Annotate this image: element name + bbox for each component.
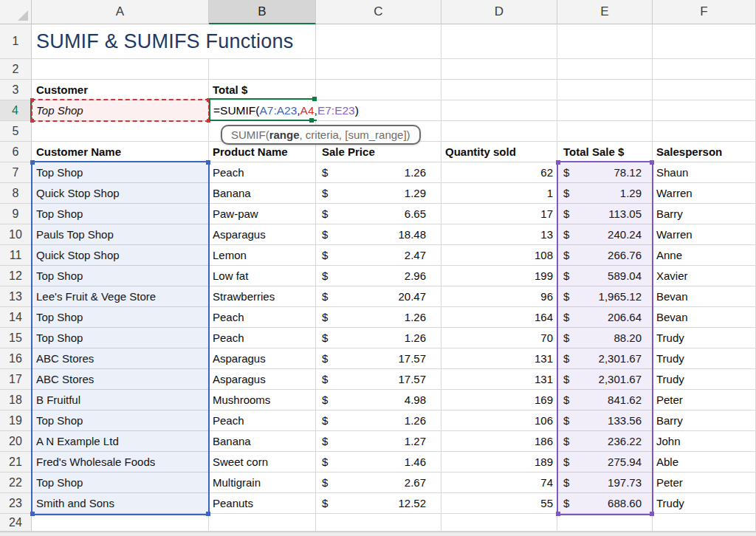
cell-F4[interactable] xyxy=(653,100,756,121)
column-header-A[interactable]: A xyxy=(32,0,209,24)
cell-F15[interactable]: Trudy xyxy=(653,328,756,348)
cell-F8[interactable]: Warren xyxy=(653,183,756,204)
cell-B14[interactable]: Peach xyxy=(209,307,316,328)
cell-A17[interactable]: ABC Stores xyxy=(32,369,209,390)
cell-B18[interactable]: Mushrooms xyxy=(209,390,316,410)
cell-F19[interactable]: Barry xyxy=(653,410,756,431)
cell-E18[interactable]: $841.62 xyxy=(557,390,653,410)
cell-F14[interactable]: Bevan xyxy=(653,307,756,328)
cell-A18[interactable]: B Fruitful xyxy=(32,390,209,410)
cell-A10[interactable]: Pauls Top Shop xyxy=(32,224,209,245)
cell-E14[interactable]: $206.64 xyxy=(557,307,653,328)
cell-D6[interactable]: Quantity sold xyxy=(441,142,557,162)
cell-C3[interactable] xyxy=(316,80,441,100)
cell-F20[interactable]: John xyxy=(653,431,756,452)
cell-A11[interactable]: Quick Stop Shop xyxy=(32,245,209,266)
row-header-5[interactable]: 5 xyxy=(0,121,32,142)
cell-C15[interactable]: $1.26 xyxy=(316,328,441,348)
row-header-1[interactable]: 1 xyxy=(0,24,32,59)
row-header-9[interactable]: 9 xyxy=(0,204,32,224)
cell-D11[interactable]: 108 xyxy=(441,245,557,266)
cell-F16[interactable]: Trudy xyxy=(653,348,756,369)
cell-B23[interactable]: Peanuts xyxy=(209,493,316,514)
cell-D9[interactable]: 17 xyxy=(441,204,557,224)
cell-B21[interactable]: Sweet corn xyxy=(209,452,316,473)
row-header-21[interactable]: 21 xyxy=(0,452,32,473)
cell-E17[interactable]: $2,301.67 xyxy=(557,369,653,390)
row-header-6[interactable]: 6 xyxy=(0,142,32,162)
cell-A6[interactable]: Customer Name xyxy=(32,142,209,162)
cell-D12[interactable]: 199 xyxy=(441,266,557,286)
cell-E2[interactable] xyxy=(557,59,653,80)
cell-B20[interactable]: Banana xyxy=(209,431,316,452)
cell-F21[interactable]: Able xyxy=(653,452,756,473)
formula-editor[interactable]: =SUMIF(A7:A23,A4,E7:E23) xyxy=(213,100,359,120)
cell-C9[interactable]: $6.65 xyxy=(316,204,441,224)
cell-B6[interactable]: Product Name xyxy=(209,142,316,162)
cell-F3[interactable] xyxy=(653,80,756,100)
row-header-19[interactable]: 19 xyxy=(0,410,32,431)
cell-E24[interactable] xyxy=(557,514,653,532)
cell-F1[interactable] xyxy=(653,24,756,59)
cell-D20[interactable]: 186 xyxy=(441,431,557,452)
row-header-24[interactable]: 24 xyxy=(0,514,32,532)
cell-E5[interactable] xyxy=(557,121,653,142)
cell-C1[interactable] xyxy=(316,24,441,59)
cell-A15[interactable]: Top Shop xyxy=(32,328,209,348)
cell-E8[interactable]: $1.29 xyxy=(557,183,653,204)
cell-A16[interactable]: ABC Stores xyxy=(32,348,209,369)
row-header-16[interactable]: 16 xyxy=(0,348,32,369)
cell-E23[interactable]: $688.60 xyxy=(557,493,653,514)
cell-A13[interactable]: Lee's Fruit & Vege Store xyxy=(32,286,209,307)
select-all-corner[interactable] xyxy=(0,0,32,24)
row-header-20[interactable]: 20 xyxy=(0,431,32,452)
cell-C22[interactable]: $2.67 xyxy=(316,473,441,493)
cell-A1[interactable]: SUMIF & SUMIFS Functions xyxy=(32,24,209,59)
cell-D21[interactable]: 189 xyxy=(441,452,557,473)
cell-D16[interactable]: 131 xyxy=(441,348,557,369)
cell-D8[interactable]: 1 xyxy=(441,183,557,204)
cell-F10[interactable]: Warren xyxy=(653,224,756,245)
cell-E9[interactable]: $113.05 xyxy=(557,204,653,224)
cell-A14[interactable]: Top Shop xyxy=(32,307,209,328)
cell-A23[interactable]: Smith and Sons xyxy=(32,493,209,514)
cell-C11[interactable]: $2.47 xyxy=(316,245,441,266)
cell-F5[interactable] xyxy=(653,121,756,142)
cell-F17[interactable]: Trudy xyxy=(653,369,756,390)
cell-B19[interactable]: Peach xyxy=(209,410,316,431)
cell-A22[interactable]: Top Shop xyxy=(32,473,209,493)
cell-C2[interactable] xyxy=(316,59,441,80)
cell-C17[interactable]: $17.57 xyxy=(316,369,441,390)
cell-C23[interactable]: $12.52 xyxy=(316,493,441,514)
cell-B2[interactable] xyxy=(209,59,316,80)
cell-A19[interactable]: Top Shop xyxy=(32,410,209,431)
column-header-D[interactable]: D xyxy=(441,0,557,24)
column-header-C[interactable]: C xyxy=(316,0,441,24)
cell-C8[interactable]: $1.29 xyxy=(316,183,441,204)
row-header-23[interactable]: 23 xyxy=(0,493,32,514)
cell-F13[interactable]: Bevan xyxy=(653,286,756,307)
cell-E13[interactable]: $1,965.12 xyxy=(557,286,653,307)
cell-C21[interactable]: $1.46 xyxy=(316,452,441,473)
cell-E21[interactable]: $275.94 xyxy=(557,452,653,473)
cell-E22[interactable]: $197.73 xyxy=(557,473,653,493)
cell-C14[interactable]: $1.26 xyxy=(316,307,441,328)
row-header-17[interactable]: 17 xyxy=(0,369,32,390)
cell-D1[interactable] xyxy=(441,24,557,59)
cell-C13[interactable]: $20.47 xyxy=(316,286,441,307)
cell-F12[interactable]: Xavier xyxy=(653,266,756,286)
cell-D5[interactable] xyxy=(441,121,557,142)
row-header-15[interactable]: 15 xyxy=(0,328,32,348)
cell-B17[interactable]: Asparagus xyxy=(209,369,316,390)
cell-C19[interactable]: $1.26 xyxy=(316,410,441,431)
cell-E3[interactable] xyxy=(557,80,653,100)
cell-D19[interactable]: 106 xyxy=(441,410,557,431)
cell-B9[interactable]: Paw-paw xyxy=(209,204,316,224)
cell-C24[interactable] xyxy=(316,514,441,532)
cell-D3[interactable] xyxy=(441,80,557,100)
row-header-2[interactable]: 2 xyxy=(0,59,32,80)
cell-E7[interactable]: $78.12 xyxy=(557,162,653,183)
row-header-18[interactable]: 18 xyxy=(0,390,32,410)
row-header-14[interactable]: 14 xyxy=(0,307,32,328)
cell-A4[interactable]: Top Shop xyxy=(32,100,209,121)
